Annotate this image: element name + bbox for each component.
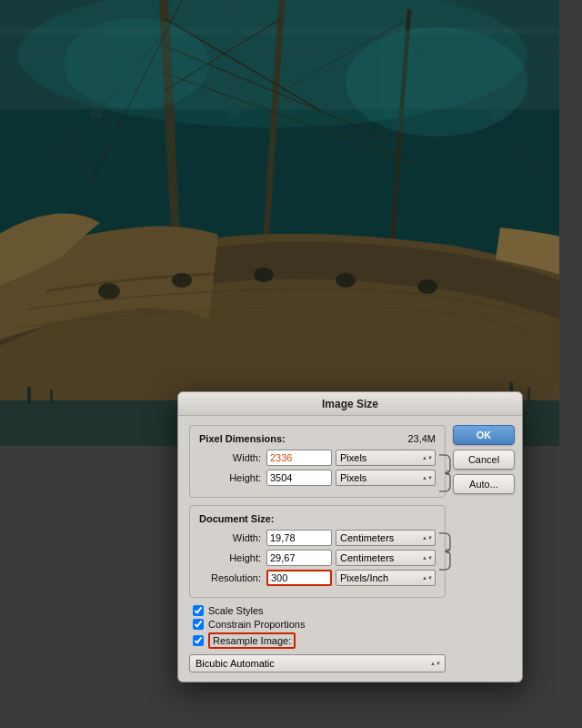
resolution-unit-wrapper[interactable]: Pixels/Inch Pixels/Centimeter bbox=[336, 570, 436, 586]
document-size-label: Document Size: bbox=[199, 513, 436, 524]
doc-width-label: Width: bbox=[199, 532, 261, 543]
resample-image-label: Resample Image: bbox=[208, 632, 296, 649]
doc-height-unit-wrapper[interactable]: Centimeters Inches Millimeters bbox=[336, 550, 436, 566]
height-label: Height: bbox=[199, 472, 261, 483]
resolution-row: Resolution: Pixels/Inch Pixels/Centimete… bbox=[199, 570, 436, 586]
scale-styles-checkbox[interactable] bbox=[193, 605, 204, 616]
resolution-input[interactable] bbox=[266, 570, 332, 586]
doc-height-unit-select[interactable]: Centimeters Inches Millimeters bbox=[336, 550, 436, 566]
dialog-buttons: OK Cancel Auto... bbox=[453, 416, 524, 682]
dialog-title: Image Size bbox=[178, 392, 522, 416]
options-section: Scale Styles Constrain Proportions Resam… bbox=[189, 605, 446, 649]
constrain-proportions-row: Constrain Proportions bbox=[193, 619, 442, 630]
width-label: Width: bbox=[199, 452, 261, 463]
resample-method-select[interactable]: Bicubic Automatic Bicubic Bicubic Smooth… bbox=[189, 654, 446, 672]
scale-styles-row: Scale Styles bbox=[193, 605, 442, 616]
constrain-proportions-checkbox[interactable] bbox=[193, 619, 204, 630]
doc-width-unit-wrapper[interactable]: Centimeters Inches Millimeters bbox=[336, 530, 436, 546]
pixel-width-row: Width: Pixels Percent bbox=[199, 450, 436, 466]
resolution-unit-select[interactable]: Pixels/Inch Pixels/Centimeter bbox=[336, 570, 436, 586]
constrain-proportions-label: Constrain Proportions bbox=[208, 619, 305, 630]
pixel-width-unit-select[interactable]: Pixels Percent bbox=[336, 450, 436, 466]
resample-image-row: Resample Image: bbox=[193, 632, 442, 649]
doc-width-unit-select[interactable]: Centimeters Inches Millimeters bbox=[336, 530, 436, 546]
background-photo bbox=[0, 0, 559, 446]
svg-text:c: c bbox=[446, 468, 450, 477]
pixel-dimensions-value: 23,4M bbox=[407, 433, 436, 444]
doc-width-row: Width: Centimeters Inches Millimeters bbox=[199, 530, 436, 546]
pixel-dimensions-label: Pixel Dimensions: bbox=[199, 433, 286, 444]
doc-chain-bracket: c bbox=[436, 531, 452, 571]
resolution-label: Resolution: bbox=[199, 572, 261, 583]
doc-width-input[interactable] bbox=[266, 530, 332, 546]
document-size-section: Document Size: Width: Centimeters Inches… bbox=[189, 505, 446, 598]
resample-method-wrapper[interactable]: Bicubic Automatic Bicubic Bicubic Smooth… bbox=[189, 654, 446, 672]
doc-height-label: Height: bbox=[199, 552, 261, 563]
pixel-height-unit-wrapper[interactable]: Pixels Percent bbox=[336, 470, 436, 486]
svg-point-32 bbox=[64, 18, 209, 109]
pixel-height-row: Height: Pixels Percent bbox=[199, 470, 436, 486]
svg-text:c: c bbox=[446, 546, 450, 555]
pixel-height-input[interactable] bbox=[266, 470, 332, 486]
cancel-button[interactable]: Cancel bbox=[453, 450, 515, 470]
svg-point-31 bbox=[346, 27, 527, 136]
pixel-width-input[interactable] bbox=[266, 450, 332, 466]
doc-height-row: Height: Centimeters Inches Millimeters bbox=[199, 550, 436, 566]
auto-button[interactable]: Auto... bbox=[453, 474, 515, 494]
image-size-dialog: Image Size Pixel Dimensions: 23,4M Width… bbox=[177, 391, 523, 682]
pixel-height-unit-select[interactable]: Pixels Percent bbox=[336, 470, 436, 486]
pixel-dimensions-section: Pixel Dimensions: 23,4M Width: Pixels Pe… bbox=[189, 425, 446, 498]
ok-button[interactable]: OK bbox=[453, 425, 515, 445]
resample-image-checkbox[interactable] bbox=[193, 635, 204, 646]
pixel-chain-bracket: c bbox=[436, 453, 452, 493]
scale-styles-label: Scale Styles bbox=[208, 605, 264, 616]
doc-height-input[interactable] bbox=[266, 550, 332, 566]
pixel-unit-wrapper[interactable]: Pixels Percent bbox=[336, 450, 436, 466]
